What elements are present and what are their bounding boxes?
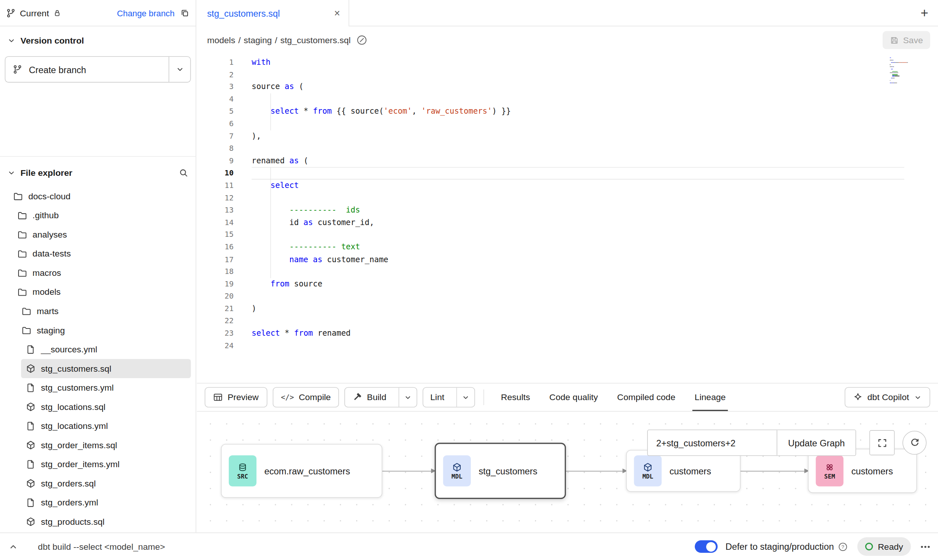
ready-status-badge[interactable]: Ready	[857, 537, 911, 556]
version-control-header[interactable]: Version control	[5, 36, 191, 45]
code-line-3[interactable]: 3source as (	[197, 81, 938, 93]
file-explorer-header[interactable]: File explorer	[0, 164, 195, 182]
close-tab-icon[interactable]: ×	[334, 8, 340, 18]
minimap-line	[890, 73, 910, 74]
mdl-badge: MDL	[443, 455, 471, 486]
file-tree-item-stg-customers-sql[interactable]: stg_customers.sql	[21, 359, 191, 378]
lint-button[interactable]: Lint	[422, 387, 475, 408]
file-tree-item-label: data-tests	[33, 249, 71, 258]
lock-icon	[53, 9, 61, 17]
file-tree-item-stg-products-sql[interactable]: stg_products.sql	[0, 512, 191, 532]
search-icon[interactable]	[179, 168, 188, 178]
lineage-node-mdl-stg-customers[interactable]: MDLstg_customers	[435, 443, 566, 499]
file-tree-item-marts[interactable]: marts	[0, 302, 191, 321]
new-tab-button[interactable]: +	[921, 6, 928, 20]
lineage-filter-input[interactable]	[648, 430, 777, 455]
file-status-icon[interactable]	[357, 35, 368, 45]
build-button[interactable]: Build	[345, 387, 417, 408]
minimap-line	[890, 71, 910, 72]
tab-compiled-code[interactable]: Compiled code	[608, 383, 685, 411]
create-branch-button[interactable]: Create branch	[5, 56, 191, 82]
code-line-16[interactable]: 16 ---------- text	[197, 241, 938, 253]
code-line-2[interactable]: 2	[197, 69, 938, 81]
code-line-7[interactable]: 7),	[197, 130, 938, 143]
code-line-9[interactable]: 9renamed as (	[197, 155, 938, 167]
file-tree-item-stg-locations-yml[interactable]: stg_locations.yml	[0, 416, 191, 436]
file-tree-item-stg-orders-yml[interactable]: stg_orders.yml	[0, 493, 191, 512]
refresh-button[interactable]	[903, 431, 927, 455]
file-tree-item-data-tests[interactable]: data-tests	[0, 244, 191, 263]
tab-results[interactable]: Results	[491, 383, 540, 411]
breadcrumb-part[interactable]: staging	[244, 35, 272, 45]
line-content: select * from renamed	[252, 327, 904, 340]
file-tree-item-staging[interactable]: staging	[0, 321, 191, 340]
tab-stg-customers-sql[interactable]: stg_customers.sql ×	[197, 0, 349, 26]
node-label: customers	[669, 466, 711, 476]
code-line-17[interactable]: 17 name as customer_name	[197, 253, 938, 266]
main-panel: stg_customers.sql × + models / staging /…	[197, 0, 938, 532]
code-line-20[interactable]: 20	[197, 290, 938, 303]
copilot-button[interactable]: dbt Copilot	[844, 387, 930, 408]
more-options-button[interactable]	[920, 541, 931, 552]
code-line-10[interactable]: 10	[197, 167, 938, 180]
save-button[interactable]: Save	[883, 31, 930, 49]
code-lines: 1with23source as (45 select * from {{ so…	[197, 56, 938, 352]
file-icon	[26, 345, 35, 354]
code-line-23[interactable]: 23select * from renamed	[197, 327, 938, 340]
toggle-knob	[707, 542, 716, 551]
code-line-15[interactable]: 15	[197, 229, 938, 241]
defer-toggle[interactable]	[695, 540, 718, 553]
file-tree-item-stg-locations-sql[interactable]: stg_locations.sql	[0, 397, 191, 417]
code-line-8[interactable]: 8	[197, 142, 938, 155]
preview-button[interactable]: Preview	[205, 387, 267, 408]
code-line-18[interactable]: 18	[197, 266, 938, 278]
file-tree-item-stg-customers-yml[interactable]: stg_customers.yml	[0, 378, 191, 397]
update-graph-button[interactable]: Update Graph	[777, 430, 856, 455]
code-line-11[interactable]: 11 select	[197, 180, 938, 192]
lineage-node-mdl-customers[interactable]: MDLcustomers	[626, 450, 741, 492]
line-content	[252, 93, 904, 106]
code-line-4[interactable]: 4	[197, 93, 938, 106]
breadcrumb-part[interactable]: models	[207, 35, 235, 45]
line-content	[252, 266, 904, 278]
tab-code-quality[interactable]: Code quality	[540, 383, 608, 411]
minimap-line	[890, 69, 910, 69]
help-icon[interactable]: ?	[838, 542, 847, 551]
create-branch-caret[interactable]	[169, 57, 190, 82]
build-options-caret[interactable]	[399, 388, 417, 407]
code-line-24[interactable]: 24	[197, 339, 938, 352]
lineage-node-src-ecom-raw-customers[interactable]: SRCecom.raw_customers	[221, 444, 382, 498]
code-line-22[interactable]: 22	[197, 315, 938, 327]
code-line-12[interactable]: 12	[197, 192, 938, 204]
lineage-panel[interactable]: Update Graph SRCecom.raw_customersMDLstg…	[197, 411, 938, 532]
file-tree-item-docs-cloud[interactable]: docs-cloud	[0, 187, 191, 206]
line-number: 16	[197, 241, 234, 253]
code-line-21[interactable]: 21)	[197, 303, 938, 315]
code-line-19[interactable]: 19 from source	[197, 278, 938, 291]
code-line-14[interactable]: 14 id as customer_id,	[197, 216, 938, 229]
copy-branch-icon[interactable]	[180, 8, 189, 17]
file-tree-item-macros[interactable]: macros	[0, 263, 191, 283]
breadcrumb-part[interactable]: stg_customers.sql	[280, 35, 351, 45]
file-tree-item-stg-order-items-sql[interactable]: stg_order_items.sql	[0, 436, 191, 455]
code-line-13[interactable]: 13 ---------- ids	[197, 204, 938, 217]
change-branch-link[interactable]: Change branch	[117, 8, 175, 17]
code-line-5[interactable]: 5 select * from {{ source('ecom', 'raw_c…	[197, 106, 938, 118]
code-editor[interactable]: 1with23source as (45 select * from {{ so…	[197, 54, 938, 383]
file-tree-item-stg-order-items-yml[interactable]: stg_order_items.yml	[0, 455, 191, 474]
file-tree-item-analyses[interactable]: analyses	[0, 225, 191, 244]
line-content: ---------- ids	[252, 204, 904, 217]
expand-command-bar-icon[interactable]	[8, 542, 18, 551]
minimap[interactable]	[890, 58, 910, 85]
tab-lineage[interactable]: Lineage	[685, 383, 735, 411]
git-branch-icon	[13, 65, 22, 74]
file-tree-item--sources-yml[interactable]: __sources.yml	[0, 340, 191, 359]
fullscreen-button[interactable]	[869, 430, 895, 455]
file-tree-item-models[interactable]: models	[0, 282, 191, 302]
code-line-1[interactable]: 1with	[197, 56, 938, 69]
file-tree-item-stg-orders-sql[interactable]: stg_orders.sql	[0, 474, 191, 493]
code-line-6[interactable]: 6	[197, 118, 938, 130]
lint-options-caret[interactable]	[456, 388, 475, 407]
compile-button[interactable]: </> Compile	[272, 387, 339, 408]
file-tree-item--github[interactable]: .github	[0, 206, 191, 225]
